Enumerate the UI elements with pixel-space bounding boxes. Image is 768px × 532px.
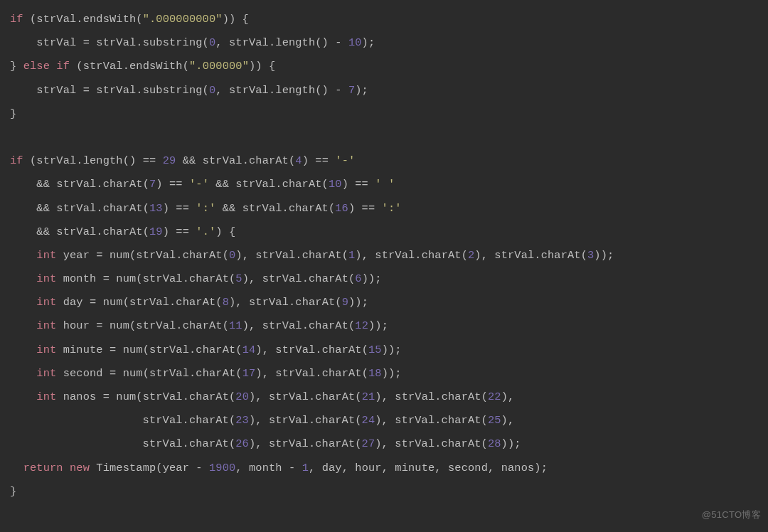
ident-num: num (116, 272, 136, 285)
keyword-return: return (23, 462, 63, 474)
keyword-int: int (36, 296, 56, 309)
ident-strVal: strVal (96, 36, 136, 49)
ident-day: day (63, 296, 83, 309)
ident-strVal: strVal (143, 272, 183, 285)
ident-month: month (63, 272, 97, 285)
ident-strVal: strVal (375, 249, 415, 262)
keyword-int: int (36, 249, 56, 262)
ident-charAt: charAt (183, 249, 223, 262)
number-literal: 4 (295, 154, 302, 167)
keyword-if: if (10, 154, 23, 167)
ident-strVal: strVal (96, 84, 136, 97)
ident-substring: substring (143, 84, 203, 97)
number-literal: 0 (209, 84, 215, 97)
number-literal: 28 (488, 437, 501, 450)
number-literal: 12 (355, 319, 368, 332)
ident-strVal: strVal (395, 390, 434, 403)
ident-minute: minute (395, 462, 434, 474)
ident-charAt: charAt (103, 202, 143, 215)
ident-charAt: charAt (442, 414, 481, 427)
ident-strVal: strVal (36, 36, 76, 49)
char-literal: ' ' (375, 178, 395, 191)
ident-strVal: strVal (275, 367, 315, 380)
ident-charAt: charAt (176, 296, 215, 309)
ident-strVal: strVal (143, 437, 183, 450)
ident-strVal: strVal (56, 225, 96, 238)
ident-strVal: strVal (56, 178, 96, 191)
ident-strVal: strVal (149, 344, 189, 356)
ident-substring: substring (143, 36, 203, 49)
ident-charAt: charAt (315, 414, 355, 427)
ident-strVal: strVal (36, 154, 76, 167)
char-literal: '-' (189, 178, 209, 191)
ident-strVal: strVal (149, 367, 189, 380)
ident-charAt: charAt (189, 390, 229, 403)
ident-num: num (110, 319, 129, 332)
ident-strVal: strVal (229, 84, 269, 97)
code-block: if (strVal.endsWith(".000000000")) { str… (0, 0, 768, 515)
ident-minute: minute (63, 344, 103, 356)
ident-strVal: strVal (395, 437, 434, 450)
number-literal: 6 (355, 272, 361, 285)
ident-strVal: strVal (262, 272, 302, 285)
ident-charAt: charAt (315, 390, 355, 403)
number-literal: 10 (348, 36, 362, 49)
ident-charAt: charAt (322, 344, 362, 356)
keyword-int: int (36, 390, 56, 403)
number-literal: 7 (149, 178, 156, 191)
ident-strVal: strVal (249, 296, 289, 309)
number-literal: 1900 (209, 462, 235, 474)
keyword-if: if (56, 60, 70, 73)
string-literal: ".000000000" (143, 13, 223, 26)
number-literal: 22 (488, 390, 501, 403)
ident-charAt: charAt (442, 437, 481, 450)
ident-charAt: charAt (103, 225, 143, 238)
ident-strVal: strVal (203, 154, 242, 167)
ident-strVal: strVal (269, 414, 309, 427)
ident-strVal: strVal (143, 390, 183, 403)
keyword-int: int (36, 344, 56, 356)
ident-day: day (322, 462, 342, 474)
ident-strVal: strVal (143, 414, 183, 427)
ident-num: num (116, 390, 136, 403)
number-literal: 25 (488, 414, 501, 427)
number-literal: 24 (362, 414, 375, 427)
ident-charAt: charAt (249, 154, 289, 167)
keyword-int: int (36, 367, 56, 380)
ident-charAt: charAt (295, 296, 335, 309)
ident-strVal: strVal (269, 390, 309, 403)
ident-strVal: strVal (136, 319, 176, 332)
ident-length: length (275, 84, 315, 97)
ident-strVal: strVal (255, 249, 295, 262)
ident-year: year (163, 462, 189, 474)
ident-charAt: charAt (541, 249, 581, 262)
ident-charAt: charAt (322, 367, 362, 380)
ident-Timestamp: Timestamp (96, 462, 156, 474)
ident-second: second (63, 367, 103, 380)
number-literal: 27 (362, 437, 375, 450)
ident-num: num (123, 344, 143, 356)
ident-strVal: strVal (229, 36, 269, 49)
ident-charAt: charAt (189, 414, 229, 427)
keyword-int: int (36, 319, 56, 332)
ident-num: num (123, 367, 143, 380)
number-literal: 16 (335, 202, 348, 215)
char-literal: '.' (196, 225, 215, 238)
ident-endsWith: endsWith (83, 13, 137, 26)
keyword-if: if (10, 13, 23, 26)
ident-charAt: charAt (282, 178, 322, 191)
ident-strVal: strVal (395, 414, 434, 427)
ident-charAt: charAt (442, 390, 481, 403)
char-literal: ':' (382, 202, 402, 215)
ident-charAt: charAt (196, 344, 235, 356)
ident-strVal: strVal (136, 249, 176, 262)
ident-endsWith: endsWith (129, 60, 183, 73)
number-literal: 15 (368, 344, 382, 356)
ident-hour: hour (355, 462, 381, 474)
number-literal: 1 (302, 462, 309, 474)
ident-strVal: strVal (129, 296, 169, 309)
string-literal: ".000000" (189, 60, 249, 73)
ident-strVal: strVal (83, 60, 123, 73)
number-literal: 14 (242, 344, 256, 356)
number-literal: 19 (149, 225, 163, 238)
